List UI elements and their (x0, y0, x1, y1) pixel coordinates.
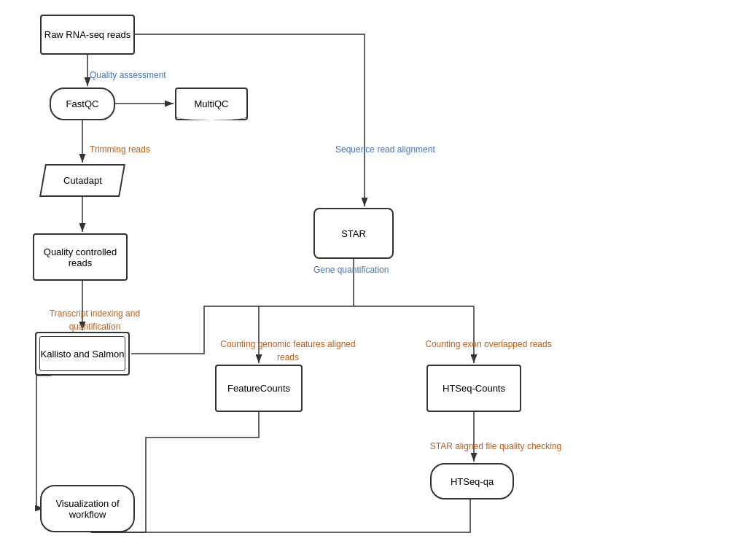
raw-reads-label: Raw RNA-seq reads (44, 29, 131, 40)
kallisto-node: Kallisto and Salmon (35, 332, 130, 376)
fastqc-node: FastQC (50, 88, 115, 120)
counting-exon-label: Counting exon overlapped reads (423, 337, 554, 350)
raw-reads-node: Raw RNA-seq reads (40, 15, 135, 55)
multiqc-node: MultiQC (175, 88, 248, 120)
cutadapt-label: Cutadapt (63, 175, 102, 186)
transcript-indexing-label: Transcript indexing and quantification (44, 306, 146, 333)
quality-assessment-label: Quality assessment (90, 68, 166, 81)
htseq-qa-label: HTSeq-qa (451, 476, 494, 487)
htseq-counts-node: HTSeq-Counts (426, 365, 521, 412)
visualization-label: Visualization of workflow (42, 498, 133, 520)
trimming-reads-label: Trimming reads (90, 142, 150, 155)
star-aligned-label: STAR aligned file quality checking (423, 439, 569, 452)
gene-quantification-label: Gene quantification (313, 263, 389, 276)
sequence-alignment-label: Sequence read alignment (335, 142, 435, 155)
visualization-node: Visualization of workflow (40, 485, 135, 532)
workflow-diagram: Raw RNA-seq reads FastQC MultiQC Cutadap… (0, 0, 756, 552)
kallisto-label: Kallisto and Salmon (41, 349, 125, 359)
counting-genomic-label: Counting genomic features aligned reads (211, 337, 365, 363)
htseq-qa-node: HTSeq-qa (430, 463, 514, 499)
fastqc-label: FastQC (66, 98, 99, 109)
multiqc-label: MultiQC (195, 98, 229, 109)
quality-reads-label: Quality controlled reads (34, 246, 126, 268)
featurecounts-node: FeatureCounts (215, 365, 303, 412)
featurecounts-label: FeatureCounts (227, 383, 290, 394)
quality-reads-node: Quality controlled reads (33, 233, 128, 281)
star-node: STAR (313, 208, 394, 259)
cutadapt-node: Cutadapt (39, 164, 125, 197)
star-label: STAR (341, 228, 366, 239)
htseq-counts-label: HTSeq-Counts (443, 383, 505, 394)
